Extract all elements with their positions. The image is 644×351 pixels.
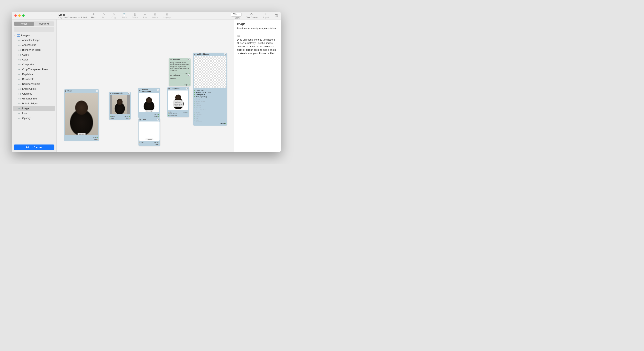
sd-port-qr-code[interactable]: QR Code (194, 120, 226, 122)
sd-port-negative-prompt-text-[interactable]: Negative Prompt (Text) (194, 91, 226, 94)
text-content[interactable]: pixelated (169, 77, 190, 84)
paste-button[interactable]: 📋Paste (119, 12, 129, 19)
canvas[interactable]: ▦Image× 793 x 991 ImageSize ▦Aspect Rati… (56, 20, 234, 152)
node-icon (18, 68, 21, 70)
redo-button[interactable]: ↷Redo (99, 12, 109, 19)
sd-port-mask-inpainting-[interactable]: Mask (Inpainting) (194, 96, 226, 98)
sidebar-item-gradient[interactable]: Gradient (13, 92, 55, 96)
ungroup-button[interactable]: ⊟Ungroup (160, 12, 173, 19)
tab-nodes[interactable]: Nodes (14, 22, 34, 26)
sidebar-item-desaturate[interactable]: Desaturate (13, 77, 55, 82)
close-icon[interactable]: × (224, 53, 226, 55)
sd-preview (194, 56, 226, 88)
sidebar-item-image[interactable]: Image (13, 106, 55, 111)
sidebar-item-invert[interactable]: Invert (13, 111, 55, 116)
node-aspect-ratio[interactable]: ▦Aspect Ratio× ImageImageSizeSize (109, 92, 131, 120)
left-sidebar-toggle[interactable] (51, 14, 54, 17)
export-button[interactable]: ⇧Export (260, 12, 272, 19)
port-size-in[interactable]: Size (110, 117, 114, 119)
undo-button[interactable]: ↶Undo (88, 12, 99, 19)
close-icon[interactable]: × (157, 89, 159, 91)
close-icon[interactable]: × (128, 92, 130, 94)
close-icon[interactable]: × (186, 88, 188, 90)
node-plain-text-2[interactable]: AaPlain Text× pixelated Output (169, 74, 190, 86)
sidebar-item-opacity[interactable]: Opacity (13, 116, 55, 120)
port-background-in[interactable]: Background (168, 115, 177, 116)
sd-port-m-lsd[interactable]: M-LSD (194, 102, 226, 104)
node-color[interactable]: ▦Color× 793 x 793 SizeImageSize (138, 118, 160, 146)
sidebar-item-composite[interactable]: Composite (13, 62, 55, 67)
port-mask-out[interactable]: Mask (154, 115, 159, 117)
sd-port-prompt-text-[interactable]: Prompt (Text) (194, 89, 226, 91)
tab-workflows[interactable]: Workflows (34, 22, 54, 26)
sd-port-line-art[interactable]: Line Art (194, 107, 226, 109)
sidebar-item-erase-object[interactable]: Erase Object (13, 86, 55, 91)
port-image-in[interactable]: Image (110, 116, 115, 117)
port-image-out[interactable]: Image (183, 111, 188, 113)
port-size-in[interactable]: Size (140, 142, 144, 144)
node-title: Remove Background (142, 88, 156, 92)
right-sidebar-toggle[interactable] (272, 12, 281, 19)
right-inspector: Image Provides an empty image container.… (234, 20, 281, 152)
port-size-out[interactable]: Size (155, 144, 159, 145)
copy-icon: ⧉ (113, 13, 115, 16)
clear-canvas-button[interactable]: ⟳Clear Canvas (243, 12, 260, 19)
port-image-out[interactable]: Image (93, 136, 98, 138)
delete-button[interactable]: 🗑Delete (129, 12, 140, 19)
search-input[interactable]: ⌕ (14, 27, 54, 32)
close-icon[interactable]: × (96, 90, 98, 92)
sidebar-item-canny[interactable]: Canny (13, 52, 55, 57)
close-window-icon[interactable] (14, 14, 17, 17)
node-stable-diffusion[interactable]: ▦Stable Diffusion× Prompt (Text)Negative… (193, 53, 227, 126)
node-title: Plain Text (172, 74, 180, 76)
port-image-out[interactable]: Image (154, 142, 159, 144)
port-size-out[interactable]: Size (94, 138, 98, 140)
port-size-out[interactable]: Size (126, 117, 130, 119)
close-icon[interactable]: × (188, 74, 190, 76)
sidebar-item-animated-image[interactable]: Animated Image (13, 38, 55, 42)
zoom-select[interactable]: 50%⌄ (231, 12, 242, 16)
port-image-out[interactable]: Image (124, 116, 130, 117)
run-button[interactable]: ▶Run (140, 12, 150, 19)
node-image[interactable]: ▦Image× 793 x 991 ImageSize (64, 89, 99, 141)
sidebar-item-holistic-edges[interactable]: Holistic Edges (13, 101, 55, 106)
port-foreground-in[interactable]: Foreground (168, 113, 177, 115)
port-size-in[interactable]: Size (168, 111, 172, 113)
sidebar-item-dominant-colors[interactable]: Dominant Colors (13, 82, 55, 86)
add-to-canvas-button[interactable]: Add to Canvas (14, 144, 54, 150)
sd-port-tile[interactable]: Tile (194, 118, 226, 120)
port-image-out[interactable]: Image (154, 114, 159, 115)
text-content[interactable]: A long haired black and brown miniature … (169, 61, 190, 72)
sd-port-holistic-edges[interactable]: Holistic Edges (194, 100, 226, 102)
group-button[interactable]: ⊞Group (150, 12, 160, 19)
sd-port-inpainting[interactable]: Inpainting (194, 113, 226, 116)
port-output[interactable]: Output (184, 84, 190, 86)
sd-port-seed[interactable]: Seed (194, 116, 226, 118)
node-icon (18, 93, 21, 95)
node-composite[interactable]: ▦Composite× Foreground: 940 x 940Backgro… (167, 87, 189, 117)
fullscreen-window-icon[interactable] (22, 14, 24, 17)
color-preview: 793 x 793 (139, 122, 160, 140)
sd-port-output[interactable]: Output (194, 122, 226, 124)
ungroup-icon: ⊟ (166, 13, 168, 16)
sidebar-item-depth-map[interactable]: Depth Map (13, 72, 55, 77)
sidebar-item-blend-with-mask[interactable]: Blend With Mask (13, 48, 55, 52)
minimize-window-icon[interactable] (18, 14, 21, 17)
sidebar-item-guassian-blur[interactable]: Guassian Blur (13, 96, 55, 101)
close-icon[interactable]: × (188, 58, 190, 60)
sd-port-scribble[interactable]: Scribble (194, 104, 226, 107)
sd-port-line-art-anime-[interactable]: Line Art (Anime) (194, 109, 226, 111)
sd-port-canny[interactable]: Canny (194, 98, 226, 100)
sidebar-item-crop-transparent-pixels[interactable]: Crop Transparent Pixels (13, 67, 55, 72)
tree-section-images[interactable]: ⌄ Images (13, 33, 55, 38)
node-tree: ⌄ Images Animated ImageAspect RatioBlend… (12, 33, 56, 142)
sd-port-depth[interactable]: Depth (194, 111, 226, 113)
copy-button[interactable]: ⧉Copy (109, 12, 119, 19)
sidebar-item-aspect-ratio[interactable]: Aspect Ratio (13, 43, 55, 48)
node-remove-background[interactable]: ▦Remove Background× 793 x 793 ImageMask (138, 88, 160, 118)
image-category-icon (17, 34, 20, 37)
close-icon[interactable]: × (158, 118, 159, 120)
sidebar-item-color[interactable]: Color (13, 57, 55, 62)
sd-port-starting-image[interactable]: Starting Image (194, 94, 226, 96)
node-plain-text-1[interactable]: AaPlain Text× A long haired black and br… (169, 58, 190, 75)
